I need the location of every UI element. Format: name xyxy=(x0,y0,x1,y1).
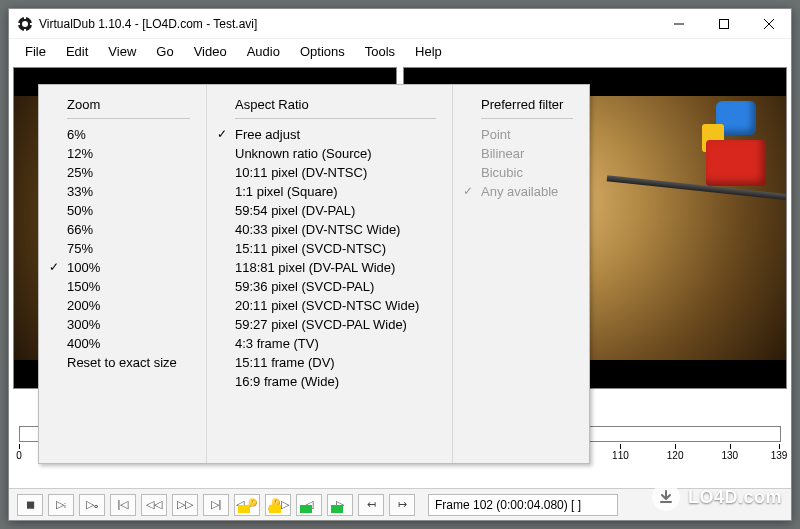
context-menu-item[interactable]: ✓Free adjust xyxy=(235,125,436,144)
context-menu-item[interactable]: 10:11 pixel (DV-NTSC) xyxy=(235,163,436,182)
context-menu-item-label: 400% xyxy=(67,336,100,351)
scene-next-button[interactable]: ▷ xyxy=(327,494,353,516)
context-menu-item-label: 100% xyxy=(67,260,100,275)
context-menu-item[interactable]: 4:3 frame (TV) xyxy=(235,334,436,353)
context-menu-item[interactable]: Unknown ratio (Source) xyxy=(235,144,436,163)
context-menu-item[interactable]: 66% xyxy=(67,220,190,239)
tick-label: 110 xyxy=(612,450,629,461)
context-menu-item-label: Bicubic xyxy=(481,165,523,180)
context-menu-item-label: Any available xyxy=(481,184,558,199)
key-next-button[interactable]: 🔑▷ xyxy=(265,494,291,516)
check-icon: ✓ xyxy=(217,127,227,141)
context-menu-item[interactable]: 200% xyxy=(67,296,190,315)
svg-rect-4 xyxy=(17,23,20,25)
goto-end-button[interactable]: ▷| xyxy=(203,494,229,516)
context-menu-item[interactable]: 75% xyxy=(67,239,190,258)
context-menu-item[interactable]: 15:11 pixel (SVCD-NTSC) xyxy=(235,239,436,258)
context-menu-item[interactable]: 59:36 pixel (SVCD-PAL) xyxy=(235,277,436,296)
context-menu-item-label: Bilinear xyxy=(481,146,524,161)
menubar-tools[interactable]: Tools xyxy=(355,42,405,61)
status-frame-display: Frame 102 (0:00:04.080) [ ] xyxy=(428,494,618,516)
menubar-view[interactable]: View xyxy=(98,42,146,61)
context-menu-item[interactable]: 118:81 pixel (DV-PAL Wide) xyxy=(235,258,436,277)
play-input-button[interactable]: ▷ᵢ xyxy=(48,494,74,516)
context-menu-item-label: 4:3 frame (TV) xyxy=(235,336,319,351)
check-icon: ✓ xyxy=(49,260,59,274)
context-menu-item[interactable]: 40:33 pixel (DV-NTSC Wide) xyxy=(235,220,436,239)
context-menu-item-label: 33% xyxy=(67,184,93,199)
context-menu-filter-column: Preferred filter PointBilinearBicubic✓An… xyxy=(453,85,589,463)
minimize-button[interactable] xyxy=(656,9,701,38)
mark-out-button[interactable]: ↦ xyxy=(389,494,415,516)
context-menu-item-label: 150% xyxy=(67,279,100,294)
context-menu-item-label: 20:11 pixel (SVCD-NTSC Wide) xyxy=(235,298,419,313)
context-menu-item[interactable]: 12% xyxy=(67,144,190,163)
close-button[interactable] xyxy=(746,9,791,38)
context-menu-item-label: Point xyxy=(481,127,511,142)
context-menu-item[interactable]: 59:27 pixel (SVCD-PAL Wide) xyxy=(235,315,436,334)
context-menu-item[interactable]: 50% xyxy=(67,201,190,220)
context-menu-item-label: 50% xyxy=(67,203,93,218)
context-menu-item[interactable]: 33% xyxy=(67,182,190,201)
context-menu-item[interactable]: 25% xyxy=(67,163,190,182)
context-menu-item: ✓Any available xyxy=(481,182,573,201)
download-icon xyxy=(652,483,680,511)
titlebar: VirtualDub 1.10.4 - [LO4D.com - Test.avi… xyxy=(9,9,791,39)
context-menu-item[interactable]: ✓100% xyxy=(67,258,190,277)
context-menu-item-label: 75% xyxy=(67,241,93,256)
tick-label: 0 xyxy=(16,450,22,461)
context-menu-item[interactable]: 150% xyxy=(67,277,190,296)
context-menu-item-label: 300% xyxy=(67,317,100,332)
tick-label: 139 xyxy=(771,450,788,461)
watermark-text: LO4D.com xyxy=(688,487,782,508)
context-menu-item[interactable]: 300% xyxy=(67,315,190,334)
context-menu-item[interactable]: 400% xyxy=(67,334,190,353)
context-menu-item-label: 16:9 frame (Wide) xyxy=(235,374,339,389)
menubar-help[interactable]: Help xyxy=(405,42,452,61)
context-menu-item[interactable]: 6% xyxy=(67,125,190,144)
scene-prev-button[interactable]: ◁ xyxy=(296,494,322,516)
context-menu-item-label: 1:1 pixel (Square) xyxy=(235,184,338,199)
menubar: File Edit View Go Video Audio Options To… xyxy=(9,39,791,63)
context-menu-item[interactable]: 59:54 pixel (DV-PAL) xyxy=(235,201,436,220)
context-menu-item[interactable]: 16:9 frame (Wide) xyxy=(235,372,436,391)
context-menu-item-label: 200% xyxy=(67,298,100,313)
context-menu-item-label: 66% xyxy=(67,222,93,237)
context-menu-item-label: Unknown ratio (Source) xyxy=(235,146,372,161)
context-menu-item-label: 10:11 pixel (DV-NTSC) xyxy=(235,165,367,180)
menubar-go[interactable]: Go xyxy=(146,42,183,61)
menubar-video[interactable]: Video xyxy=(184,42,237,61)
watermark: LO4D.com xyxy=(652,483,782,511)
menubar-audio[interactable]: Audio xyxy=(237,42,290,61)
context-menu-item[interactable]: 15:11 frame (DV) xyxy=(235,353,436,372)
context-menu-zoom-header: Zoom xyxy=(67,95,190,119)
menubar-edit[interactable]: Edit xyxy=(56,42,98,61)
context-menu-item-label: 12% xyxy=(67,146,93,161)
stop-button[interactable]: ◼ xyxy=(17,494,43,516)
context-menu-item-label: 15:11 frame (DV) xyxy=(235,355,335,370)
play-output-button[interactable]: ▷ₒ xyxy=(79,494,105,516)
check-icon: ✓ xyxy=(463,184,473,198)
context-menu-item[interactable]: 20:11 pixel (SVCD-NTSC Wide) xyxy=(235,296,436,315)
context-menu-item-label: 6% xyxy=(67,127,86,142)
context-menu-item-label: 118:81 pixel (DV-PAL Wide) xyxy=(235,260,395,275)
maximize-button[interactable] xyxy=(701,9,746,38)
tick-label: 120 xyxy=(667,450,684,461)
step-forward-button[interactable]: ▷▷ xyxy=(172,494,198,516)
context-menu-item[interactable]: 1:1 pixel (Square) xyxy=(235,182,436,201)
goto-start-button[interactable]: |◁ xyxy=(110,494,136,516)
context-menu-filter-header: Preferred filter xyxy=(481,95,573,119)
context-menu-item-label: Free adjust xyxy=(235,127,300,142)
svg-rect-5 xyxy=(30,23,33,25)
context-menu-item: Bilinear xyxy=(481,144,573,163)
mark-in-button[interactable]: ↤ xyxy=(358,494,384,516)
window-title: VirtualDub 1.10.4 - [LO4D.com - Test.avi… xyxy=(39,17,656,31)
context-menu-item[interactable]: Reset to exact size xyxy=(67,353,190,372)
menubar-file[interactable]: File xyxy=(15,42,56,61)
menubar-options[interactable]: Options xyxy=(290,42,355,61)
svg-rect-7 xyxy=(719,19,728,28)
context-menu: Zoom 6%12%25%33%50%66%75%✓100%150%200%30… xyxy=(38,84,590,464)
key-prev-button[interactable]: ◁🔑 xyxy=(234,494,260,516)
context-menu-item: Point xyxy=(481,125,573,144)
step-back-button[interactable]: ◁◁ xyxy=(141,494,167,516)
